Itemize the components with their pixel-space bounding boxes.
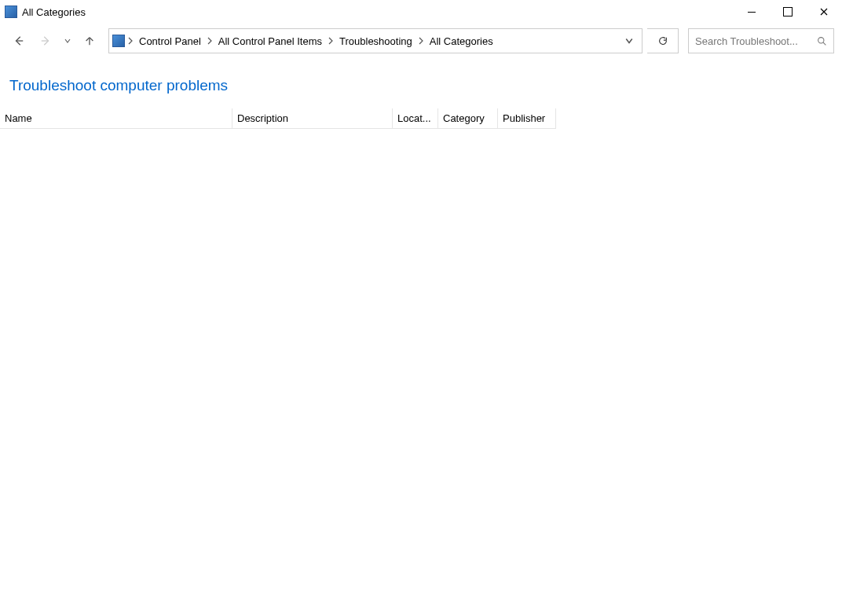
window-title: All Categories [22, 6, 86, 18]
breadcrumb[interactable]: Control Panel [136, 35, 204, 47]
breadcrumb[interactable]: Troubleshooting [336, 35, 416, 47]
breadcrumb[interactable]: All Categories [426, 35, 496, 47]
up-button[interactable] [79, 30, 101, 52]
chevron-right-icon[interactable] [328, 35, 333, 47]
column-header-category[interactable]: Category [438, 108, 498, 129]
recent-locations-button[interactable] [61, 38, 74, 44]
minimize-button[interactable] [734, 0, 770, 24]
page-title: Troubleshoot computer problems [0, 64, 842, 108]
address-dropdown-button[interactable] [620, 29, 639, 53]
app-icon [5, 6, 17, 18]
titlebar: All Categories [0, 0, 842, 24]
nav-row: Control Panel All Control Panel Items Tr… [0, 24, 842, 64]
breadcrumb[interactable]: All Control Panel Items [215, 35, 325, 47]
chevron-right-icon[interactable] [419, 35, 423, 47]
chevron-right-icon[interactable] [207, 35, 212, 47]
search-placeholder: Search Troubleshoot... [695, 35, 812, 47]
column-header-location[interactable]: Locat... [393, 108, 438, 129]
close-button[interactable] [806, 0, 842, 24]
column-header-description[interactable]: Description [232, 108, 393, 129]
search-input[interactable]: Search Troubleshoot... [688, 28, 834, 53]
maximize-button[interactable] [770, 0, 806, 24]
search-icon [817, 36, 827, 46]
column-header-publisher[interactable]: Publisher [498, 108, 556, 129]
location-icon [112, 35, 125, 47]
chevron-right-icon[interactable] [128, 35, 133, 47]
forward-button[interactable] [35, 30, 57, 52]
troubleshooter-table: Name Description Locat... Category Publi… [0, 108, 842, 129]
column-header-name[interactable]: Name [0, 108, 232, 129]
svg-point-0 [818, 37, 824, 42]
address-bar[interactable]: Control Panel All Control Panel Items Tr… [108, 28, 642, 53]
refresh-button[interactable] [647, 28, 679, 53]
back-button[interactable] [8, 30, 30, 52]
